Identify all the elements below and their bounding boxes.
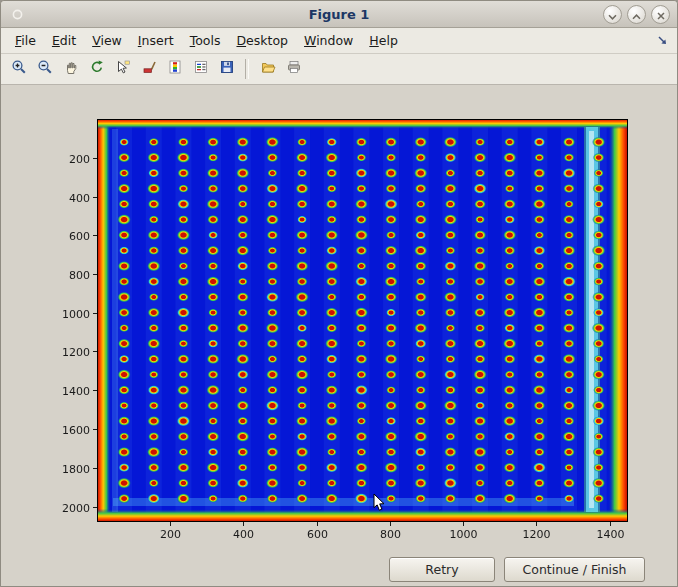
- window-title: Figure 1: [1, 7, 677, 22]
- menu-help[interactable]: Help: [361, 30, 406, 51]
- figure-plot-canvas[interactable]: [47, 97, 642, 542]
- continue-finish-button[interactable]: Continue / Finish: [504, 557, 645, 582]
- zoom-in-button[interactable]: [6, 57, 32, 81]
- rotate-icon: [89, 59, 105, 79]
- menu-desktop[interactable]: Desktop: [228, 30, 296, 51]
- zoom-in-icon: [11, 59, 27, 79]
- figure-area: Retry Continue / Finish: [1, 85, 677, 586]
- menubar: File Edit View Insert Tools Desktop Wind…: [1, 28, 677, 54]
- maximize-button[interactable]: [627, 5, 646, 24]
- menu-tools[interactable]: Tools: [182, 30, 229, 51]
- menu-insert[interactable]: Insert: [130, 30, 182, 51]
- menu-edit[interactable]: Edit: [44, 30, 84, 51]
- chevron-up-icon: [632, 5, 641, 24]
- retry-button[interactable]: Retry: [389, 557, 495, 582]
- menu-window[interactable]: Window: [296, 30, 361, 51]
- brush-button[interactable]: [136, 57, 162, 81]
- folder-icon: [260, 59, 276, 79]
- titlebar: Figure 1: [1, 1, 677, 28]
- menu-view[interactable]: View: [84, 30, 130, 51]
- legend-icon: [193, 59, 209, 79]
- toolbar-separator: [245, 59, 249, 79]
- colorbar-button[interactable]: [162, 57, 188, 81]
- close-button[interactable]: [651, 5, 670, 24]
- dialog-buttons: Retry Continue / Finish: [389, 557, 645, 582]
- brush-icon: [141, 59, 157, 79]
- data-cursor-button[interactable]: [110, 57, 136, 81]
- menu-file[interactable]: File: [7, 30, 44, 51]
- printer-icon: [286, 59, 302, 79]
- close-icon: [657, 5, 665, 24]
- window-menu-button[interactable]: [10, 7, 25, 22]
- save-button[interactable]: [214, 57, 240, 81]
- print-button[interactable]: [281, 57, 307, 81]
- open-folder-button[interactable]: [255, 57, 281, 81]
- dock-arrow-icon: [657, 34, 668, 49]
- legend-button[interactable]: [188, 57, 214, 81]
- zoom-out-icon: [37, 59, 53, 79]
- figure-toolbar: [1, 54, 677, 85]
- rotate-3d-button[interactable]: [84, 57, 110, 81]
- minimize-button[interactable]: [603, 5, 622, 24]
- figure-window: Figure 1 File Edit View Insert: [0, 0, 678, 587]
- data-cursor-icon: [115, 59, 131, 79]
- window-circle-icon: [12, 5, 23, 24]
- zoom-out-button[interactable]: [32, 57, 58, 81]
- chevron-down-icon: [608, 5, 617, 24]
- save-icon: [219, 59, 235, 79]
- pan-button[interactable]: [58, 57, 84, 81]
- dock-figure-button[interactable]: [657, 34, 670, 47]
- colorbar-icon: [167, 59, 183, 79]
- hand-icon: [63, 59, 79, 79]
- window-controls: [598, 5, 670, 24]
